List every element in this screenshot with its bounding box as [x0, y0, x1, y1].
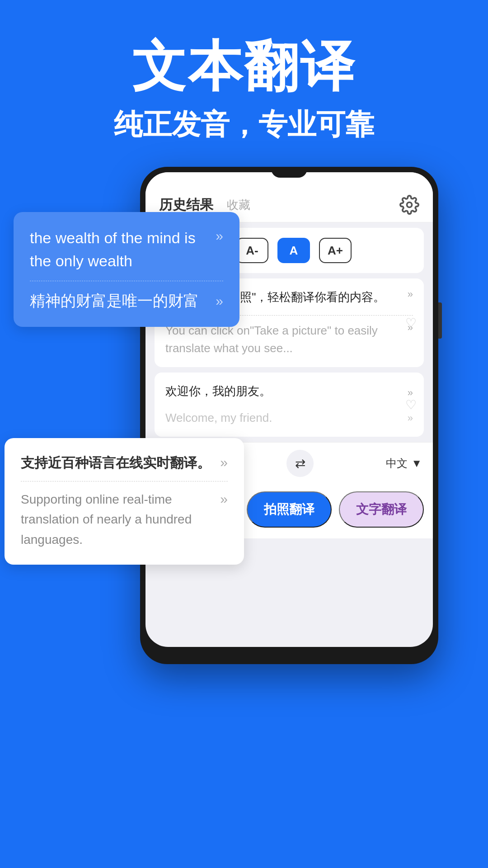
floating-bottom-target-sound[interactable]: » — [220, 491, 228, 507]
floating-bottom-source-text: 支持近百种语言在线实时翻译。 — [21, 453, 211, 473]
card2-target-text: Welcome, my friend. — [165, 409, 405, 427]
card1-target-text: You can click on"Take a picture" to easi… — [165, 322, 405, 357]
target-lang-dropdown-icon: ▼ — [411, 457, 422, 470]
favorite-icon-1[interactable]: ♡ — [405, 316, 417, 330]
floating-bottom-target-text: Supporting online real-time translation … — [21, 490, 215, 550]
floating-source-text: the wealth of the mind is the only wealt… — [30, 226, 210, 273]
floating-source-sound-icon[interactable]: » — [216, 228, 223, 244]
card2-target-sound[interactable]: » — [408, 412, 413, 424]
phone-notch — [271, 167, 307, 178]
font-decrease-button[interactable]: A- — [236, 238, 268, 263]
floating-bottom-source-sound[interactable]: » — [220, 455, 228, 470]
header-section: 文本翻译 纯正发音，专业可靠 — [0, 0, 488, 167]
target-language-selector[interactable]: 中文 ▼ — [386, 456, 422, 471]
phone-side-button — [438, 302, 442, 339]
main-title: 文本翻译 — [27, 36, 461, 96]
app-page: 文本翻译 纯正发音，专业可靠 the wealth of the mind is… — [0, 0, 488, 868]
card1-source-sound[interactable]: » — [408, 288, 413, 300]
font-normal-button[interactable]: A — [277, 238, 310, 263]
floating-translation-card-top: the wealth of the mind is the only wealt… — [14, 212, 239, 327]
main-subtitle: 纯正发音，专业可靠 — [27, 105, 461, 144]
text-translate-button[interactable]: 文字翻译 — [339, 491, 424, 528]
floating-translation-card-bottom: 支持近百种语言在线实时翻译。 » Supporting online real-… — [5, 438, 244, 565]
history-tab[interactable]: 历史结果 — [159, 196, 213, 214]
card-divider — [30, 281, 223, 281]
font-increase-button[interactable]: A+ — [319, 238, 352, 263]
photo-translate-button[interactable]: 拍照翻译 — [247, 491, 332, 528]
target-lang-label: 中文 — [386, 456, 408, 471]
swap-languages-button[interactable]: ⇄ — [286, 450, 314, 477]
translation-card-2: ♡ 欢迎你，我的朋友。 » Welcome, my friend. » — [155, 373, 424, 437]
card2-source-text: 欢迎你，我的朋友。 — [165, 382, 405, 400]
floating-bottom-divider — [21, 481, 228, 481]
favorites-tab[interactable]: 收藏 — [227, 197, 250, 213]
settings-icon[interactable] — [399, 195, 419, 215]
floating-target-sound-icon[interactable]: » — [216, 293, 223, 309]
svg-point-0 — [407, 203, 412, 208]
floating-target-text: 精神的财富是唯一的财富 — [30, 289, 199, 312]
